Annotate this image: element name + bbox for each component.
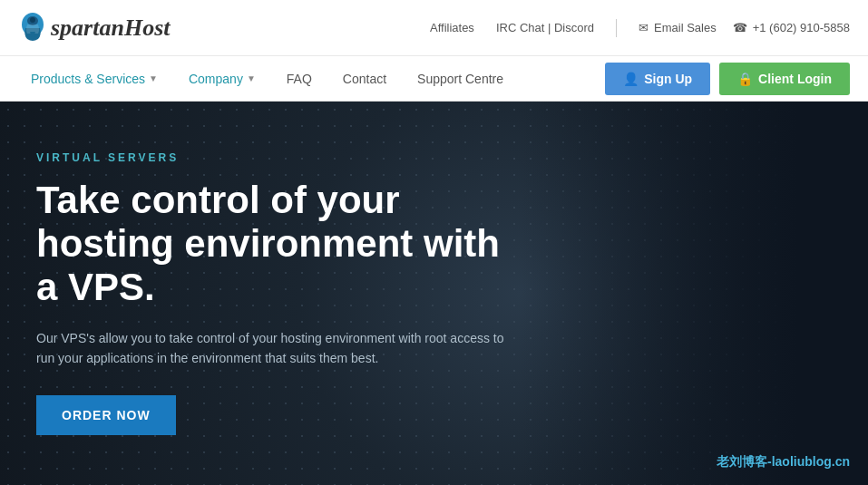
- logo-text: spartanHost: [51, 15, 171, 42]
- nav-buttons: 👤 Sign Up 🔒 Client Login: [605, 63, 850, 95]
- chevron-down-icon: ▼: [149, 73, 158, 83]
- hero-subtitle: VIRTUAL SERVERS: [36, 151, 508, 164]
- phone-number[interactable]: ☎ +1 (602) 910-5858: [733, 21, 850, 34]
- divider: [616, 19, 617, 37]
- email-sales[interactable]: ✉ Email Sales: [639, 21, 717, 34]
- hero-description: Our VPS's allow you to take control of y…: [36, 328, 508, 369]
- nav-bar: Products & Services ▼ Company ▼ FAQ Cont…: [0, 56, 868, 102]
- signup-button[interactable]: 👤 Sign Up: [605, 63, 710, 95]
- order-now-button[interactable]: ORDER NOW: [36, 395, 176, 435]
- nav-contact[interactable]: Contact: [330, 56, 399, 101]
- hero-content: VIRTUAL SERVERS Take control of your hos…: [0, 151, 544, 436]
- phone-icon: ☎: [733, 21, 747, 34]
- affiliates-link[interactable]: Affiliates: [430, 21, 474, 34]
- send-icon: ✉: [639, 21, 649, 34]
- nav-products-services[interactable]: Products & Services ▼: [18, 56, 171, 101]
- nav-support-centre[interactable]: Support Centre: [405, 56, 516, 101]
- svg-point-2: [30, 17, 35, 23]
- top-right-area: Affiliates IRC Chat | Discord ✉ Email Sa…: [430, 19, 850, 37]
- chevron-down-icon: ▼: [247, 73, 256, 83]
- contact-info: ✉ Email Sales ☎ +1 (602) 910-5858: [639, 21, 850, 34]
- nav-faq[interactable]: FAQ: [274, 56, 325, 101]
- watermark: 老刘博客-laoliublog.cn: [717, 454, 850, 470]
- user-icon: 👤: [623, 72, 639, 86]
- nav-company[interactable]: Company ▼: [176, 56, 268, 101]
- logo[interactable]: spartanHost: [18, 12, 171, 44]
- irc-discord-link[interactable]: IRC Chat | Discord: [496, 21, 594, 34]
- hero-title: Take control of your hosting environment…: [36, 179, 508, 310]
- hero-section: VIRTUAL SERVERS Take control of your hos…: [0, 102, 868, 485]
- top-bar: spartanHost Affiliates IRC Chat | Discor…: [0, 0, 868, 56]
- nav-links: Products & Services ▼ Company ▼ FAQ Cont…: [18, 56, 516, 101]
- client-login-button[interactable]: 🔒 Client Login: [719, 63, 850, 95]
- logo-icon: [18, 12, 47, 44]
- lock-icon: 🔒: [737, 72, 753, 86]
